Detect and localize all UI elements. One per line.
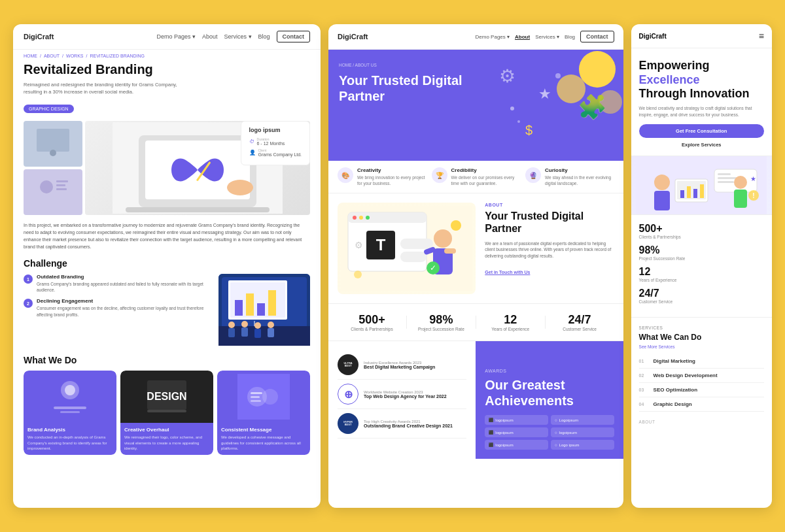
logo-icon-1: ⬛ xyxy=(489,418,493,422)
logo-item-5: ⬛ logoipsum xyxy=(485,440,548,450)
svg-rect-23 xyxy=(246,293,254,316)
svg-point-47 xyxy=(262,389,278,405)
award-name-2: Top Web Design Agency for Year 2022 xyxy=(364,394,466,399)
svg-text:⚙: ⚙ xyxy=(355,240,363,250)
award-logo-3: HYPERBEST xyxy=(338,413,358,434)
stat-right-succession-num: 98% xyxy=(639,244,764,256)
card-img-message xyxy=(217,371,310,423)
svg-rect-91 xyxy=(718,177,737,179)
screens-container: DigiCraft Demo Pages ▾ About Services ▾ … xyxy=(13,24,772,508)
svg-rect-69 xyxy=(400,239,433,249)
what-we-do-title: What We Do xyxy=(24,355,310,365)
service-num-1: 01 xyxy=(639,359,650,363)
nav-link-about[interactable]: About xyxy=(202,33,218,40)
service-row-3[interactable]: 03 SEO Optimization xyxy=(639,383,764,397)
svg-point-60 xyxy=(555,73,561,78)
about-link[interactable]: Get in Touch with Us xyxy=(485,270,530,274)
project-image-2 xyxy=(24,169,82,215)
award-name-1: Best Digital Marketing Campaign xyxy=(364,365,466,369)
award-info-2: Worldwide Website Creation 2023 Top Web … xyxy=(364,390,466,399)
service-row-4[interactable]: 04 Graphic Design xyxy=(639,397,764,412)
svg-rect-87 xyxy=(693,189,697,198)
stat-clients: 500+ Clients & Partnerships xyxy=(338,313,406,331)
creativity-text: Creativity We bring innovation to every … xyxy=(357,167,427,186)
nav-link-services[interactable]: Services ▾ xyxy=(224,33,252,40)
mid-nav-blog[interactable]: Blog xyxy=(565,34,575,40)
services-title: What We Can Do xyxy=(639,333,764,342)
mid-nav-links: Demo Pages ▾ About Services ▾ Blog Conta… xyxy=(476,31,614,42)
challenge-title: Challenge xyxy=(24,258,310,269)
right-services: SERVICES What We Can Do See More Service… xyxy=(631,318,772,432)
feature-pills: 🎨 Creativity We bring innovation to ever… xyxy=(328,161,623,193)
right-hero: Empowering Excellence Through Innovation… xyxy=(631,48,772,156)
logo-item-3: ⬛ logoipsum xyxy=(485,427,548,437)
middle-panel: DigiCraft Demo Pages ▾ About Services ▾ … xyxy=(328,24,623,508)
stat-service: 24/7 Customer Service xyxy=(546,313,614,331)
challenge-item-2: 2 Declining Engagement Consumer engageme… xyxy=(24,298,213,317)
explore-services-link[interactable]: Explore Services xyxy=(639,142,764,148)
svg-rect-70 xyxy=(400,252,427,262)
mid-nav-about[interactable]: About xyxy=(515,34,530,40)
stat-right-service-num: 24/7 xyxy=(639,288,764,299)
card-title-creative: Creative Overhaul xyxy=(124,427,209,433)
card-img-creative: DESIGN xyxy=(120,371,213,423)
hero-title: Your Trusted Digital Partner xyxy=(339,73,470,104)
card-body-message: Consistent Message We developed a cohesi… xyxy=(217,423,310,455)
challenge-heading-2: Declining Engagement xyxy=(37,298,213,304)
award-logo-1: ULTRABEST xyxy=(338,354,358,375)
svg-rect-1 xyxy=(37,129,69,152)
hamburger-icon[interactable]: ≡ xyxy=(759,31,764,41)
svg-point-2 xyxy=(50,150,56,156)
award-info-3: Top High Creativity Awards 2021 Outstand… xyxy=(364,420,466,428)
svg-point-28 xyxy=(228,322,235,328)
svg-rect-29 xyxy=(228,328,235,337)
challenge-num-1: 1 xyxy=(24,274,33,284)
svg-rect-44 xyxy=(147,410,186,412)
right-panel: DigiCraft ≡ Empowering Excellence Throug… xyxy=(631,24,772,508)
logo-icon-5: ⬛ xyxy=(489,442,493,447)
stat-right-clients-label: Clients & Partnerships xyxy=(639,235,764,239)
challenge-item-1: 1 Outdated Branding Grams Company's bran… xyxy=(24,274,213,293)
stat-clients-num: 500+ xyxy=(338,313,406,327)
service-num-2: 02 xyxy=(639,373,650,378)
service-row-2[interactable]: 02 Web Design Development xyxy=(639,369,764,383)
get-consultation-button[interactable]: Get Free Consultation xyxy=(639,124,764,138)
about-label: ABOUT xyxy=(485,203,614,207)
nav-contact-button[interactable]: Contact xyxy=(277,31,311,42)
svg-rect-16 xyxy=(247,183,251,191)
mid-nav-demo[interactable]: Demo Pages ▾ xyxy=(476,34,510,40)
mid-nav-contact[interactable]: Contact xyxy=(580,31,614,42)
service-card-message: Consistent Message We developed a cohesi… xyxy=(217,371,310,455)
logo-item-4: ○ logoipsum xyxy=(551,427,614,437)
svg-rect-88 xyxy=(700,184,704,198)
nav-link-demo[interactable]: Demo Pages ▾ xyxy=(156,33,196,40)
stat-clients-label: Clients & Partnerships xyxy=(338,327,406,331)
clock-icon: ⏱ xyxy=(249,139,254,144)
svg-point-32 xyxy=(254,322,261,329)
mid-nav-services[interactable]: Services ▾ xyxy=(535,34,559,40)
left-main-content: logo ipsum ⏱ Duration 6 - 12 Months 👤 Cl… xyxy=(13,62,321,465)
svg-point-51 xyxy=(579,51,616,88)
svg-rect-35 xyxy=(268,328,274,337)
svg-rect-50 xyxy=(251,400,261,402)
project-image-1 xyxy=(24,121,82,167)
card-desc-brand: We conducted an in-depth analysis of Gra… xyxy=(27,435,113,451)
logos-grid: ⬛ logoipsum ○ Logoipsum ⬛ logoipsum ○ lo… xyxy=(485,415,614,450)
left-breadcrumb: HOME / ABOUT / WORKS / REVITALIZED BRAND… xyxy=(13,50,321,62)
credibility-icon: 🏆 xyxy=(432,167,447,183)
nav-link-blog[interactable]: Blog xyxy=(258,33,270,40)
see-more-link[interactable]: See More Services xyxy=(639,344,764,349)
card-title-brand: Brand Analysis xyxy=(27,427,113,433)
svg-text:T: T xyxy=(375,236,385,254)
svg-rect-39 xyxy=(54,407,86,409)
credibility-desc: We deliver on our promises every time wi… xyxy=(451,175,521,186)
client-icon: 👤 xyxy=(249,150,256,156)
svg-rect-24 xyxy=(257,303,265,316)
svg-point-65 xyxy=(359,216,363,220)
service-name-2: Web Design Development xyxy=(654,373,718,378)
challenge-desc-1: Grams Company's branding appeared outdat… xyxy=(37,281,213,293)
logo-item-6: ○ Logo ipsum xyxy=(551,440,614,450)
service-row-1[interactable]: 01 Digital Marketing xyxy=(639,354,764,369)
right-nav: DigiCraft ≡ xyxy=(631,24,772,48)
award-logo-2: ⊕ xyxy=(338,384,358,405)
